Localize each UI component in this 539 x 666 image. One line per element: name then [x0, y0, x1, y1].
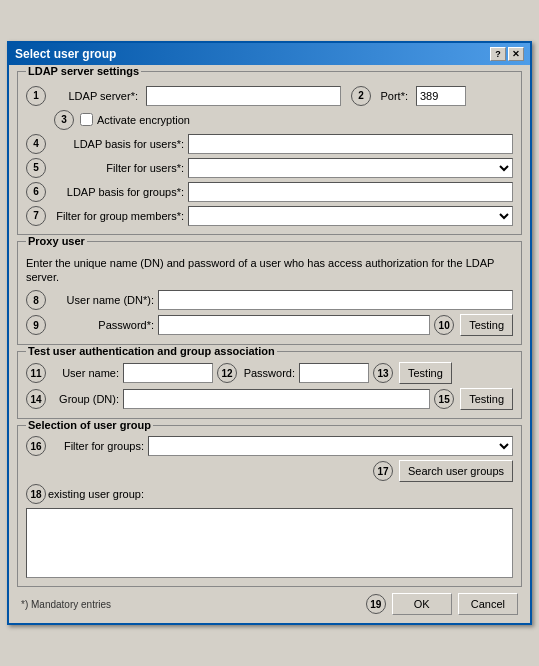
proxy-test-button[interactable]: Testing [460, 314, 513, 336]
filter-groups-row: 16 Filter for groups: [26, 436, 513, 456]
encrypt-checkbox[interactable] [80, 113, 93, 126]
num5-circle: 5 [26, 158, 46, 178]
dialog-content: LDAP server settings 1 LDAP server*: 2 P… [9, 65, 530, 624]
num3-circle: 3 [54, 110, 74, 130]
title-bar: Select user group ? ✕ [9, 43, 530, 65]
footer: *) Mandatory entries 19 OK Cancel [17, 593, 522, 615]
num7-circle: 7 [26, 206, 46, 226]
test-auth-button1[interactable]: Testing [399, 362, 452, 384]
test-username-label: User name: [48, 367, 123, 379]
filter-members-row: 7 Filter for group members*: [26, 206, 513, 226]
mandatory-note: *) Mandatory entries [21, 599, 111, 610]
ldap-server-label: LDAP server*: [52, 90, 142, 102]
filter-users-label: Filter for users*: [48, 162, 188, 174]
filter-members-label: Filter for group members*: [48, 210, 188, 222]
num8-circle: 8 [26, 290, 46, 310]
test-auth-row2: 14 Group (DN): 15 Testing [26, 388, 513, 410]
ldap-section: LDAP server settings 1 LDAP server*: 2 P… [17, 71, 522, 235]
num16-circle: 16 [26, 436, 46, 456]
port-label: Port*: [377, 90, 412, 102]
num13-circle: 13 [373, 363, 393, 383]
encrypt-label-text: Activate encryption [97, 114, 190, 126]
search-user-groups-button[interactable]: Search user groups [399, 460, 513, 482]
num15-circle: 15 [434, 389, 454, 409]
existing-group-label: existing user group: [48, 488, 144, 500]
num11-circle: 11 [26, 363, 46, 383]
filter-users-select[interactable] [188, 158, 513, 178]
num17-circle: 17 [373, 461, 393, 481]
num10-circle: 10 [434, 315, 454, 335]
search-groups-row: 17 Search user groups [26, 460, 513, 482]
encrypt-row: 3 Activate encryption [54, 110, 513, 130]
num6-circle: 6 [26, 182, 46, 202]
filter-groups-label: Filter for groups: [48, 440, 148, 452]
footer-buttons: OK Cancel [392, 593, 518, 615]
existing-group-listbox[interactable] [26, 508, 513, 578]
basis-users-row: 4 LDAP basis for users*: [26, 134, 513, 154]
proxy-section-label: Proxy user [26, 235, 87, 247]
num2-circle: 2 [351, 86, 371, 106]
basis-users-label: LDAP basis for users*: [48, 138, 188, 150]
test-username-input[interactable] [123, 363, 213, 383]
filter-members-select[interactable] [188, 206, 513, 226]
filter-groups-select[interactable] [148, 436, 513, 456]
user-group-section: Selection of user group 16 Filter for gr… [17, 425, 522, 587]
test-auth-label: Test user authentication and group assoc… [26, 345, 277, 357]
test-password-input[interactable] [299, 363, 369, 383]
cancel-button[interactable]: Cancel [458, 593, 518, 615]
test-auth-section: Test user authentication and group assoc… [17, 351, 522, 419]
user-group-label: Selection of user group [26, 419, 153, 431]
dialog: Select user group ? ✕ LDAP server settin… [7, 41, 532, 626]
group-dn-input[interactable] [123, 389, 430, 409]
basis-groups-input[interactable] [188, 182, 513, 202]
num19-circle: 19 [366, 594, 386, 614]
proxy-password-row: 9 Password*: 10 Testing [26, 314, 513, 336]
test-auth-row1: 11 User name: 12 Password: 13 Testing [26, 362, 513, 384]
port-input[interactable] [416, 86, 466, 106]
existing-group-row: 18 existing user group: [26, 484, 513, 504]
ldap-section-label: LDAP server settings [26, 65, 141, 77]
num1-circle: 1 [26, 86, 46, 106]
group-dn-label: Group (DN): [48, 393, 123, 405]
filter-users-row: 5 Filter for users*: [26, 158, 513, 178]
proxy-description: Enter the unique name (DN) and password … [26, 256, 513, 285]
proxy-username-input[interactable] [158, 290, 513, 310]
footer-right: 19 OK Cancel [366, 593, 518, 615]
num9-circle: 9 [26, 315, 46, 335]
title-bar-buttons: ? ✕ [490, 47, 524, 61]
num12-circle: 12 [217, 363, 237, 383]
proxy-username-row: 8 User name (DN*): [26, 290, 513, 310]
proxy-password-input[interactable] [158, 315, 430, 335]
test-password-label: Password: [239, 367, 299, 379]
ldap-server-row: 1 LDAP server*: 2 Port*: [26, 86, 513, 106]
basis-groups-label: LDAP basis for groups*: [48, 186, 188, 198]
close-button[interactable]: ✕ [508, 47, 524, 61]
dialog-title: Select user group [15, 47, 116, 61]
ldap-server-input[interactable] [146, 86, 341, 106]
proxy-section: Proxy user Enter the unique name (DN) an… [17, 241, 522, 346]
num18-circle: 18 [26, 484, 46, 504]
basis-users-input[interactable] [188, 134, 513, 154]
test-auth-button2[interactable]: Testing [460, 388, 513, 410]
proxy-password-label: Password*: [48, 319, 158, 331]
proxy-username-label: User name (DN*): [48, 294, 158, 306]
ok-button[interactable]: OK [392, 593, 452, 615]
num14-circle: 14 [26, 389, 46, 409]
encrypt-checkbox-label[interactable]: Activate encryption [80, 113, 190, 126]
num4-circle: 4 [26, 134, 46, 154]
help-button[interactable]: ? [490, 47, 506, 61]
basis-groups-row: 6 LDAP basis for groups*: [26, 182, 513, 202]
